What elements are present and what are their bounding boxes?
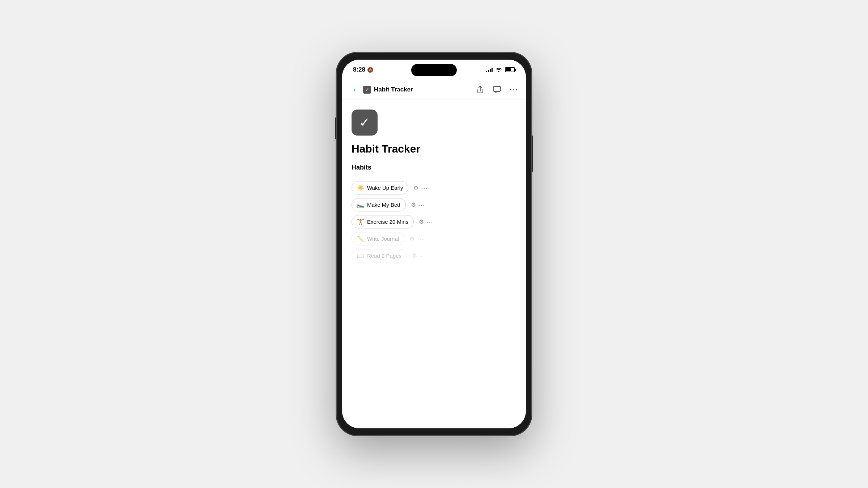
- habit-item-read-pages: 📖 Read 2 Pages ⚙ ···: [352, 249, 516, 262]
- habit-more-exercise[interactable]: ···: [427, 219, 433, 225]
- battery-icon: [505, 67, 515, 72]
- sun-icon: ☀️: [357, 184, 364, 191]
- habit-more-read-pages[interactable]: ···: [420, 253, 426, 259]
- habit-more-wake-up-early[interactable]: ···: [421, 185, 428, 191]
- habit-gear-read-pages[interactable]: ⚙: [412, 252, 417, 259]
- wifi-icon: [495, 67, 502, 73]
- habit-item-wake-up-early: ☀️ Wake Up Early ⚙ ···: [352, 181, 516, 194]
- signal-bar-2: [488, 70, 489, 72]
- habit-chip-wake-up-early[interactable]: ☀️ Wake Up Early: [352, 181, 408, 194]
- book-icon: 📖: [357, 252, 364, 259]
- habit-controls-exercise: ⚙ ···: [419, 218, 433, 225]
- nav-checkmark-icon: ✓: [365, 87, 369, 92]
- habit-more-write-journal[interactable]: ···: [417, 236, 424, 242]
- svg-point-1: [510, 89, 511, 90]
- status-right: [486, 67, 515, 73]
- dynamic-island: [411, 64, 457, 76]
- habit-label-make-my-bed: Make My Bed: [367, 202, 400, 208]
- habit-chip-make-my-bed[interactable]: 🛌 Make My Bed: [352, 198, 406, 211]
- habit-chip-exercise[interactable]: 🏋️ Exercise 20 Mins: [352, 215, 414, 228]
- nav-title-area: ✓ Habit Tracker: [363, 86, 413, 94]
- section-divider: [352, 175, 516, 175]
- nav-left: ‹ ✓ Habit Tracker: [349, 85, 413, 95]
- signal-bars-icon: [486, 67, 493, 72]
- page-title: Habit Tracker: [352, 143, 516, 155]
- habit-controls-wake-up-early: ⚙ ···: [413, 184, 428, 191]
- habit-list: ☀️ Wake Up Early ⚙ ··· 🛌 Make My Bed: [352, 181, 516, 262]
- habit-item-write-journal: ✏️ Write Journal ⚙ ···: [352, 232, 516, 245]
- battery-fill: [506, 68, 511, 71]
- habit-chip-write-journal[interactable]: ✏️ Write Journal: [352, 232, 404, 245]
- svg-rect-0: [493, 86, 501, 91]
- fade-overlay: [342, 385, 526, 428]
- app-icon-checkmark: ✓: [359, 115, 370, 130]
- habit-controls-write-journal: ⚙ ···: [409, 235, 424, 242]
- habit-controls-make-my-bed: ⚙ ···: [411, 201, 425, 208]
- more-button[interactable]: [509, 85, 519, 95]
- svg-point-2: [513, 89, 514, 90]
- svg-point-3: [516, 89, 517, 90]
- status-bar: 8:28 🔕: [342, 60, 526, 80]
- nav-title: Habit Tracker: [374, 86, 413, 93]
- habit-controls-read-pages: ⚙ ···: [412, 252, 426, 259]
- habit-label-wake-up-early: Wake Up Early: [367, 185, 403, 191]
- phone-frame: 8:28 🔕: [336, 52, 532, 436]
- status-time: 8:28 🔕: [353, 66, 373, 73]
- habit-gear-wake-up-early[interactable]: ⚙: [413, 184, 418, 191]
- time-display: 8:28: [353, 66, 365, 73]
- pencil-icon: ✏️: [357, 235, 364, 242]
- phone-screen: 8:28 🔕: [342, 60, 526, 428]
- back-chevron-icon: ‹: [353, 85, 356, 94]
- nav-right: [475, 85, 519, 95]
- bed-icon: 🛌: [357, 201, 364, 208]
- comment-button[interactable]: [492, 85, 502, 95]
- habit-more-make-my-bed[interactable]: ···: [419, 202, 425, 208]
- section-title: Habits: [352, 164, 516, 171]
- app-icon: ✓: [352, 110, 378, 136]
- bell-icon: 🔕: [367, 67, 373, 73]
- content-area: ✓ Habit Tracker Habits ☀️ Wake Up Early …: [342, 99, 526, 428]
- habit-item-exercise: 🏋️ Exercise 20 Mins ⚙ ···: [352, 215, 516, 228]
- signal-bar-3: [490, 69, 491, 72]
- habit-label-read-pages: Read 2 Pages: [367, 253, 401, 259]
- share-button[interactable]: [475, 85, 485, 95]
- habit-label-write-journal: Write Journal: [367, 236, 399, 242]
- habit-gear-exercise[interactable]: ⚙: [419, 218, 424, 225]
- nav-checkbox-icon: ✓: [363, 86, 371, 94]
- dumbbell-icon: 🏋️: [357, 218, 364, 225]
- habit-chip-read-pages[interactable]: 📖 Read 2 Pages: [352, 249, 407, 262]
- nav-bar: ‹ ✓ Habit Tracker: [342, 80, 526, 99]
- signal-bar-1: [486, 71, 487, 72]
- habit-label-exercise: Exercise 20 Mins: [367, 219, 408, 225]
- habit-gear-write-journal[interactable]: ⚙: [409, 235, 414, 242]
- habit-gear-make-my-bed[interactable]: ⚙: [411, 201, 416, 208]
- back-button[interactable]: ‹: [349, 85, 359, 95]
- habit-item-make-my-bed: 🛌 Make My Bed ⚙ ···: [352, 198, 516, 211]
- signal-bar-4: [492, 68, 493, 72]
